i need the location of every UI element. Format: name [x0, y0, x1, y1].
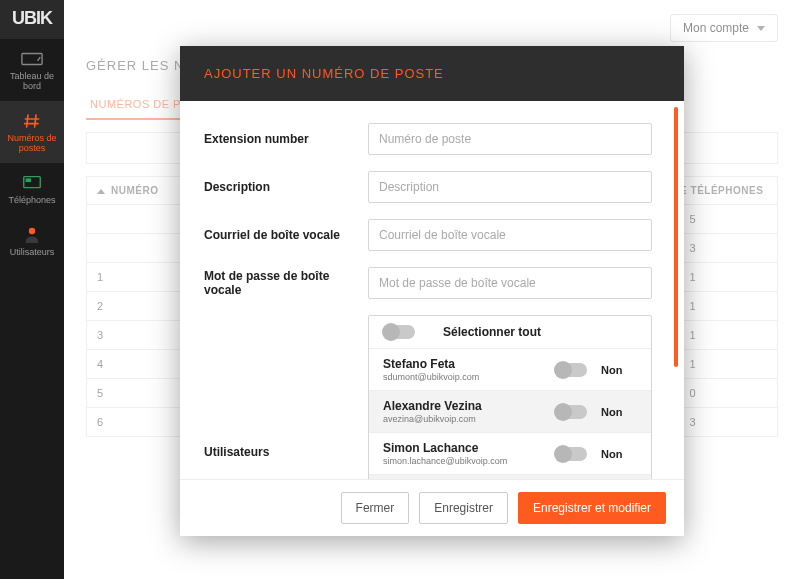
label-voicemail-email: Courriel de boîte vocale: [204, 228, 368, 242]
sidebar-item-label: Numéros de postes: [7, 133, 56, 153]
user-email: simon.lachance@ubikvoip.com: [383, 456, 555, 466]
phone-icon: [21, 175, 43, 191]
hash-icon: [21, 113, 43, 129]
select-all-label: Sélectionner tout: [443, 325, 541, 339]
modal-title: AJOUTER UN NUMÉRO DE POSTE: [180, 46, 684, 101]
modal-scrollbar[interactable]: [674, 107, 678, 367]
dashboard-icon: [21, 51, 43, 67]
users-list: Sélectionner tout Stefano Fetasdumont@ub…: [368, 315, 652, 479]
user-toggle-state: Non: [601, 448, 637, 460]
description-input[interactable]: [368, 171, 652, 203]
user-toggle[interactable]: [555, 405, 587, 419]
user-name: Alexandre Vezina: [383, 399, 555, 413]
save-edit-button[interactable]: Enregistrer et modifier: [518, 492, 666, 524]
user-icon: [21, 227, 43, 243]
sidebar-item-label: Tableau de bord: [10, 71, 54, 91]
svg-rect-2: [26, 178, 31, 182]
user-name: Simon Lachance: [383, 441, 555, 455]
user-row: Lucien Boivinlucien.boivin@ubikvoip.com …: [369, 475, 651, 479]
extension-input[interactable]: [368, 123, 652, 155]
voicemail-pass-input[interactable]: [368, 267, 652, 299]
modal-footer: Fermer Enregistrer Enregistrer et modifi…: [180, 479, 684, 536]
voicemail-email-input[interactable]: [368, 219, 652, 251]
select-all-toggle[interactable]: [383, 325, 415, 339]
sidebar: UBIK Tableau de bord Numéros de postes T…: [0, 0, 64, 579]
sidebar-item-label: Téléphones: [8, 195, 55, 205]
close-button[interactable]: Fermer: [341, 492, 410, 524]
sidebar-item-users[interactable]: Utilisateurs: [0, 215, 64, 267]
user-toggle[interactable]: [555, 363, 587, 377]
svg-point-3: [29, 228, 35, 234]
user-toggle-state: Non: [601, 364, 637, 376]
add-extension-modal: AJOUTER UN NUMÉRO DE POSTE Extension num…: [180, 46, 684, 536]
user-row: Simon Lachancesimon.lachance@ubikvoip.co…: [369, 433, 651, 475]
user-row: Alexandre Vezinaavezina@ubikvoip.com Non: [369, 391, 651, 433]
user-row: Stefano Fetasdumont@ubikvoip.com Non: [369, 349, 651, 391]
label-description: Description: [204, 180, 368, 194]
label-extension: Extension number: [204, 132, 368, 146]
brand-text: UBIK: [12, 8, 52, 28]
modal-overlay: AJOUTER UN NUMÉRO DE POSTE Extension num…: [64, 0, 800, 579]
save-button[interactable]: Enregistrer: [419, 492, 508, 524]
sidebar-item-extensions[interactable]: Numéros de postes: [0, 101, 64, 163]
user-toggle[interactable]: [555, 447, 587, 461]
label-users: Utilisateurs: [204, 315, 368, 459]
user-email: sdumont@ubikvoip.com: [383, 372, 555, 382]
user-name: Stefano Feta: [383, 357, 555, 371]
main-content: Mon compte GÉRER LES N NUMÉROS DE PO NUM…: [64, 0, 800, 579]
sidebar-item-dashboard[interactable]: Tableau de bord: [0, 39, 64, 101]
label-voicemail-pass: Mot de passe de boîte vocale: [204, 269, 368, 297]
sidebar-item-label: Utilisateurs: [10, 247, 55, 257]
user-email: avezina@ubikvoip.com: [383, 414, 555, 424]
user-toggle-state: Non: [601, 406, 637, 418]
sidebar-item-phones[interactable]: Téléphones: [0, 163, 64, 215]
brand-logo: UBIK: [0, 0, 64, 39]
